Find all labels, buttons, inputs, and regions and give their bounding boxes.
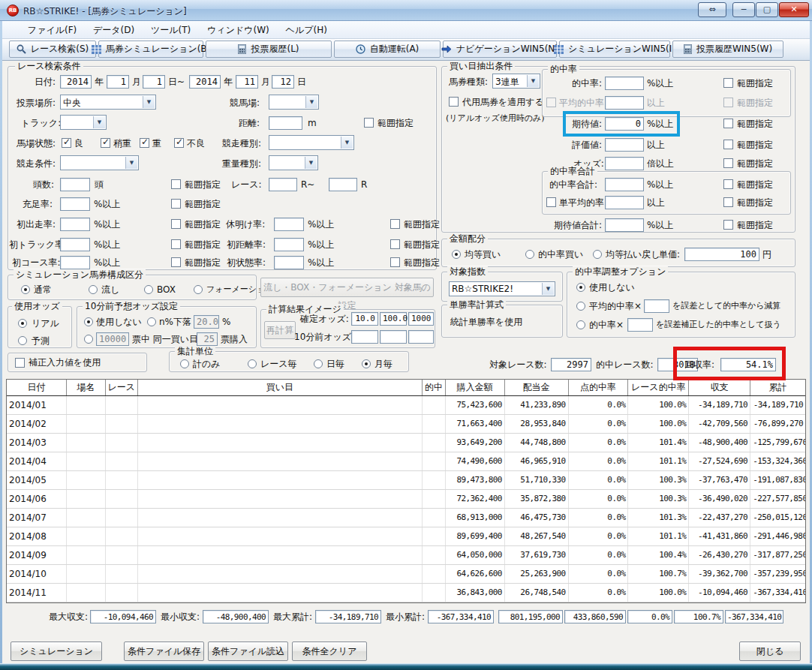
chevron-down-icon[interactable]: ▼ — [542, 283, 554, 295]
first-cond-rate-input[interactable] — [274, 256, 304, 269]
first-track-range-checkbox[interactable] — [171, 239, 181, 249]
amount-equal-buy-radio[interactable] — [452, 250, 461, 259]
fixed-odds-1-input[interactable]: 10.0 — [351, 312, 378, 326]
chevron-down-icon[interactable]: ▼ — [341, 137, 353, 149]
first-course-range-checkbox[interactable] — [171, 257, 181, 267]
pre10-drop-input[interactable]: 20.0 — [194, 315, 219, 329]
unit-price-input[interactable]: 100 — [684, 248, 759, 261]
first-dist-range-checkbox[interactable] — [390, 239, 400, 249]
hit-rate-input[interactable] — [605, 77, 644, 90]
close-button[interactable]: ✕ — [779, 2, 809, 17]
auto-run-button[interactable]: 自動運転(A) — [334, 41, 441, 58]
date-month1-input[interactable]: 1 — [107, 75, 129, 89]
header-race[interactable]: レース — [106, 380, 138, 395]
avg-hit-range-checkbox[interactable] — [723, 98, 733, 107]
hit-rate-range-checkbox[interactable] — [723, 78, 733, 88]
fill-rate-input[interactable] — [60, 197, 90, 211]
target-index-select[interactable]: RB☆STRIKE2!▼ — [449, 281, 555, 296]
single-avg-checkbox[interactable] — [546, 197, 556, 207]
pre10-odds-3-input[interactable] — [408, 330, 434, 344]
race-search-button[interactable]: レース検索(S) — [9, 41, 96, 58]
sim-nagashi-radio[interactable] — [89, 285, 98, 294]
ground-bad-checkbox[interactable] — [174, 138, 184, 148]
sim-normal-radio[interactable] — [21, 285, 30, 294]
ticket-simulation-button[interactable]: 馬券シミュレーション(B) — [98, 41, 203, 58]
chevron-down-icon[interactable]: ▼ — [143, 96, 155, 108]
pre10-odds-2-input[interactable] — [380, 330, 407, 344]
table-row[interactable]: 2014/11 36,843,000 26,748,540 0.0% 100.0… — [7, 584, 805, 602]
adjust-avg-input[interactable] — [644, 299, 669, 313]
single-avg-range-checkbox[interactable] — [723, 197, 733, 207]
header-pt-hit-rate[interactable]: 点的中率 — [569, 380, 629, 395]
table-row[interactable]: 2014/09 64,050,000 37,619,730 0.0% 100.4… — [7, 546, 805, 565]
header-bet[interactable]: 買い目 — [138, 380, 423, 395]
ground-slightly-heavy-checkbox[interactable] — [101, 138, 110, 148]
expect-total-range-checkbox[interactable] — [723, 220, 733, 230]
header-race-hit-rate[interactable]: レース的中率 — [628, 380, 689, 395]
simulation-button[interactable]: シミュレーション — [11, 641, 102, 661]
clear-conditions-button[interactable]: 条件全クリア — [292, 641, 367, 661]
race-cond-select[interactable]: ▼ — [60, 155, 139, 170]
table-row[interactable]: 2014/03 93,649,200 44,748,800 0.0% 101.4… — [7, 434, 805, 452]
place-select[interactable]: 中央▼ — [60, 95, 156, 110]
table-row[interactable]: 2014/06 72,362,400 35,872,380 0.0% 100.3… — [7, 490, 805, 509]
header-place[interactable]: 場名 — [67, 380, 106, 395]
header-hit[interactable]: 的中 — [423, 380, 446, 395]
odds-input[interactable] — [605, 157, 644, 170]
pre10-odds-1-input[interactable] — [351, 330, 378, 344]
date-day1-input[interactable]: 1 — [143, 75, 165, 89]
table-row[interactable]: 2014/04 74,490,600 46,965,910 0.0% 101.1… — [7, 452, 805, 471]
eval-value-input[interactable] — [605, 138, 644, 152]
expect-total-input[interactable] — [605, 218, 644, 232]
eval-range-checkbox[interactable] — [723, 140, 733, 149]
table-row[interactable]: 2014/01 75,423,600 41,233,890 0.0% 100.0… — [7, 396, 805, 415]
maximize-button[interactable]: ▢ — [756, 2, 778, 17]
menu-tools[interactable]: ツール(T) — [144, 21, 197, 39]
fill-rate-range-checkbox[interactable] — [171, 199, 181, 209]
resize-arrows-button[interactable]: ⇔ — [698, 2, 726, 17]
recalc-button[interactable]: 再計算 — [264, 321, 296, 339]
substitute-checkbox[interactable] — [449, 97, 459, 107]
amount-equal-return-radio[interactable] — [593, 250, 602, 259]
ground-heavy-checkbox[interactable] — [140, 138, 149, 148]
table-row[interactable]: 2014/08 89,699,400 48,267,540 0.0% 101.1… — [7, 527, 805, 546]
menu-data[interactable]: データ(D) — [86, 21, 141, 39]
race-type-select[interactable]: ▼ — [269, 135, 354, 150]
weight-type-select[interactable]: ▼ — [269, 155, 318, 170]
first-course-rate-input[interactable] — [60, 256, 90, 269]
date-month2-input[interactable]: 11 — [236, 75, 258, 89]
simulation-win5-button[interactable]: シミュレーションWIN5(I) — [559, 41, 670, 58]
sim-formation-radio[interactable] — [194, 285, 203, 294]
single-avg-input[interactable] — [605, 196, 644, 209]
close-dialog-button[interactable]: 閉じる — [739, 641, 801, 661]
vote-history-button[interactable]: 投票履歴(L) — [206, 41, 332, 58]
minimize-button[interactable]: ─ — [732, 2, 755, 17]
agg-per-day-radio[interactable] — [314, 359, 323, 368]
pre10-buy-input[interactable]: 25 — [197, 332, 218, 346]
table-row[interactable]: 2014/10 64,626,600 25,263,900 0.0% 100.7… — [7, 565, 805, 584]
ground-good-checkbox[interactable] — [62, 138, 71, 148]
chevron-down-icon[interactable]: ▼ — [93, 116, 105, 128]
correction-checkbox[interactable] — [15, 358, 25, 368]
fixed-odds-3-input[interactable]: 1000 — [408, 312, 434, 326]
date-year2-input[interactable]: 2014 — [189, 75, 221, 89]
avg-hit-checkbox[interactable] — [546, 98, 556, 107]
header-date[interactable]: 日付 — [7, 380, 67, 395]
chevron-down-icon[interactable]: ▼ — [305, 96, 317, 108]
date-day2-input[interactable]: 12 — [272, 75, 294, 89]
menu-window[interactable]: ウィンドウ(W) — [200, 21, 276, 39]
rest-rate-input[interactable] — [274, 218, 304, 231]
odds-range-checkbox[interactable] — [723, 158, 733, 168]
distance-range-checkbox[interactable] — [364, 118, 374, 128]
adjust-hit-input[interactable] — [627, 318, 653, 332]
fixed-odds-2-input[interactable]: 100.0 — [380, 312, 407, 326]
track-select[interactable]: ▼ — [60, 115, 107, 130]
rest-rate-range-checkbox[interactable] — [390, 219, 400, 229]
chevron-down-icon[interactable]: ▼ — [527, 75, 539, 87]
chevron-down-icon[interactable]: ▼ — [125, 157, 137, 169]
first-track-rate-input[interactable] — [60, 238, 90, 251]
sim-box-radio[interactable] — [144, 285, 153, 294]
menu-file[interactable]: ファイル(F) — [21, 21, 83, 39]
adjust-avg-radio[interactable] — [576, 302, 585, 311]
date-year1-input[interactable]: 2014 — [60, 75, 92, 89]
